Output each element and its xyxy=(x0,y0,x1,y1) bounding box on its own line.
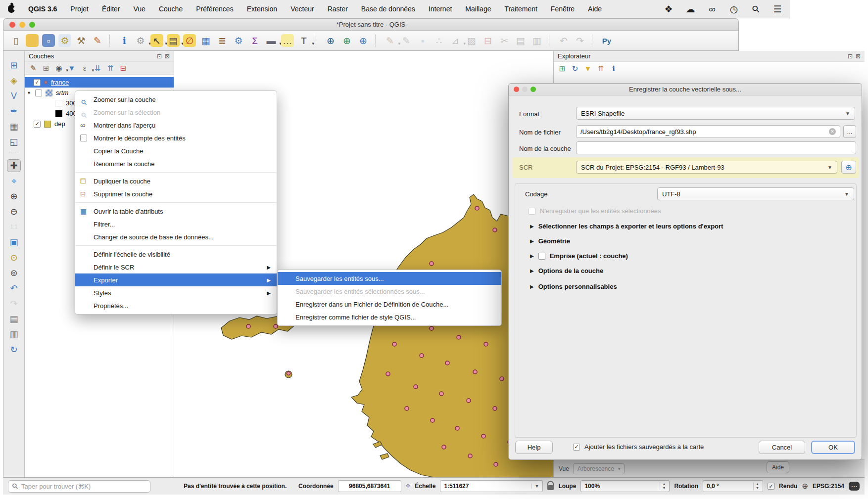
filter-legend-icon[interactable]: ▼ xyxy=(66,63,77,74)
new-shapefile-layer-icon[interactable]: V xyxy=(7,90,21,102)
layer-checkbox[interactable]: ✓ xyxy=(34,79,41,86)
section-fields[interactable]: ▶ Sélectionner les champs à exporter et … xyxy=(530,223,723,230)
new-spatialite-layer-icon[interactable]: ✒ xyxy=(7,105,21,118)
rotation-spinbox[interactable]: 0,0 ° ▲▼ xyxy=(703,480,763,492)
layer-styling-icon[interactable]: ✎ xyxy=(28,63,39,74)
extents-toggle-icon[interactable]: ⌖ xyxy=(406,481,411,491)
app-menu[interactable]: QGIS 3.6 xyxy=(28,5,57,13)
properties-info-icon[interactable]: ℹ xyxy=(608,63,619,74)
identify-features-icon[interactable]: ℹ xyxy=(118,34,131,47)
undo-icon[interactable]: ↶ xyxy=(557,34,570,47)
remove-layer-icon[interactable]: ⊟ xyxy=(118,63,129,74)
menu-item-attribute-table[interactable]: ▦Ouvrir la table d'attributs xyxy=(75,205,277,218)
feature-count-checkbox[interactable] xyxy=(80,135,94,141)
refresh-browser-icon[interactable]: ↻ xyxy=(570,63,580,74)
view-mode-combo[interactable]: Arborescence ▾ xyxy=(573,463,625,474)
menu-item-copy-layer[interactable]: Copier la Couche xyxy=(75,144,277,157)
menu-item-set-crs[interactable]: Définir le SCR▶ xyxy=(75,261,277,273)
layer-name[interactable]: srtm xyxy=(56,89,68,96)
zoom-to-layer-icon[interactable]: ⊚ xyxy=(7,267,21,279)
scale-lock-icon[interactable] xyxy=(547,485,554,490)
expand-all-icon[interactable]: ⇊ xyxy=(92,63,103,74)
dialog-titlebar[interactable]: Enregistrer la couche vectorielle sous..… xyxy=(509,84,862,95)
menu-extension[interactable]: Extension xyxy=(247,5,277,13)
menu-item-duplicate-layer[interactable]: ⧠Dupliquer la couche xyxy=(75,175,277,187)
select-crs-button[interactable]: ⊕ xyxy=(841,161,856,174)
encoding-combo[interactable]: UTF-8 ▼ xyxy=(657,187,854,200)
statistics-summary-icon[interactable]: Σ xyxy=(248,34,261,47)
add-selected-layer-icon[interactable]: ⊞ xyxy=(557,63,568,74)
toggle-editing-icon[interactable]: ✎ xyxy=(400,34,413,47)
help-button[interactable]: Help xyxy=(515,441,553,454)
apple-menu-icon[interactable] xyxy=(8,5,15,13)
input-source-icon[interactable]: ❖ xyxy=(664,4,674,14)
filename-input[interactable]: /Users/tb2g14/Desktop/france_rgf93.shp ✕ xyxy=(576,125,840,138)
menu-aide[interactable]: Aide xyxy=(588,5,602,13)
run-feature-action-icon[interactable]: ⚙▾ xyxy=(134,34,147,47)
manage-map-themes-icon[interactable]: ◉▾ xyxy=(53,63,64,74)
add-wms-layer-icon[interactable]: ⊕ xyxy=(340,34,353,47)
data-source-manager-icon[interactable]: ⊞ xyxy=(7,59,21,72)
new-map-view-icon[interactable]: ▤ xyxy=(7,313,21,325)
section-custom-options[interactable]: ▶ Options personnalisables xyxy=(530,283,617,290)
window-titlebar[interactable]: *Projet sans titre - QGIS xyxy=(3,18,739,31)
submenu-item-save-features-as[interactable]: Sauvegarder les entités sous... xyxy=(278,272,501,285)
float-panel-icon[interactable]: ⊡ xyxy=(157,53,162,60)
extent-checkbox[interactable] xyxy=(538,253,545,260)
save-edits-icon[interactable]: ▪ xyxy=(416,34,429,47)
open-attribute-table-icon[interactable]: ▦ xyxy=(199,34,212,47)
cloud-icon[interactable]: ☁ xyxy=(685,4,695,14)
cut-features-icon[interactable]: ✂ xyxy=(498,34,511,47)
zoom-next-icon[interactable]: ↷ xyxy=(7,297,21,310)
add-saved-files-checkbox[interactable]: ✓ xyxy=(573,444,580,451)
close-panel-icon[interactable]: ⊠ xyxy=(856,53,861,60)
crs-status[interactable]: EPSG:2154 xyxy=(813,483,844,490)
paste-features-icon[interactable]: ▥ xyxy=(530,34,543,47)
select-by-value-icon[interactable]: ▤▾ xyxy=(167,34,180,47)
spinner-icons[interactable]: ▲▼ xyxy=(753,482,759,490)
text-annotation-icon[interactable]: T▾ xyxy=(297,34,310,47)
menu-editer[interactable]: Éditer xyxy=(102,5,120,13)
close-panel-icon[interactable]: ⊠ xyxy=(165,53,170,60)
section-geometry[interactable]: ▶ Géométrie xyxy=(530,237,570,245)
redo-icon[interactable]: ↷ xyxy=(574,34,586,47)
menu-item-export[interactable]: Exporter▶ xyxy=(75,273,277,286)
copy-features-icon[interactable]: ▤ xyxy=(514,34,527,47)
delete-selected-icon[interactable]: ⊟ xyxy=(482,34,494,47)
expander-icon[interactable]: ▼ xyxy=(27,91,32,95)
layer-row-france[interactable]: ✓ france xyxy=(25,77,174,88)
collapse-all-icon[interactable]: ⇈ xyxy=(105,63,116,74)
menu-item-zoom-selection[interactable]: ⚲Zoomer sur la sélection xyxy=(75,106,277,119)
spotlight-search-icon[interactable]: ⚲ xyxy=(749,2,763,16)
processing-toolbox-icon[interactable]: ⚙ xyxy=(232,34,245,47)
clock-icon[interactable]: ◷ xyxy=(729,4,739,14)
submenu-item-save-selected-as[interactable]: Sauvegarder les entités sélectionnées so… xyxy=(278,285,501,298)
menu-item-zoom-layer[interactable]: ⚲Zoomer sur la couche xyxy=(75,93,277,106)
save-project-icon[interactable]: ▫ xyxy=(42,34,55,47)
crs-combo[interactable]: SCR du Projet: EPSG:2154 - RGF93 / Lambe… xyxy=(576,161,837,174)
zoom-to-selection-icon[interactable]: ⊙ xyxy=(7,251,21,264)
menu-vue[interactable]: Vue xyxy=(134,5,145,13)
menu-item-rename-layer[interactable]: Renommer la couche xyxy=(75,157,277,170)
menu-fenetre[interactable]: Fenêtre xyxy=(551,5,575,13)
locator-search-input[interactable]: ⚲ Taper pour trouver (⌘K) xyxy=(8,480,150,493)
selected-only-checkbox[interactable] xyxy=(529,208,535,215)
menu-base-de-donnees[interactable]: Base de données xyxy=(361,5,415,13)
new-project-icon[interactable]: ▯ xyxy=(9,34,22,47)
select-features-icon[interactable]: ↖▾ xyxy=(150,34,163,47)
open-project-icon[interactable] xyxy=(26,34,39,47)
layer-name[interactable]: dep xyxy=(54,120,65,128)
browser-help-button[interactable]: Aide xyxy=(767,461,789,473)
zoom-full-extent-icon[interactable]: ▣ xyxy=(7,236,21,249)
zoom-in-icon[interactable]: ⊕ xyxy=(7,190,21,203)
cancel-button[interactable]: Cancel xyxy=(759,441,805,454)
metasearch-icon[interactable]: ⊕ xyxy=(324,34,337,47)
submenu-item-save-style[interactable]: Enregistrer comme fichier de style QGIS.… xyxy=(278,311,501,323)
new-3d-map-view-icon[interactable]: ▥ xyxy=(7,328,21,341)
new-virtual-layer-icon[interactable]: ◱ xyxy=(7,136,21,148)
section-extent[interactable]: ▶ Emprise (actuel : couche) xyxy=(530,252,628,260)
style-manager-icon[interactable]: ✎ xyxy=(91,34,104,47)
submenu-item-save-layer-definition[interactable]: Enregistrer dans un Fichier de Définitio… xyxy=(278,298,501,311)
measure-line-icon[interactable]: ▬▾ xyxy=(265,34,278,47)
python-console-icon[interactable]: Py xyxy=(600,34,613,47)
